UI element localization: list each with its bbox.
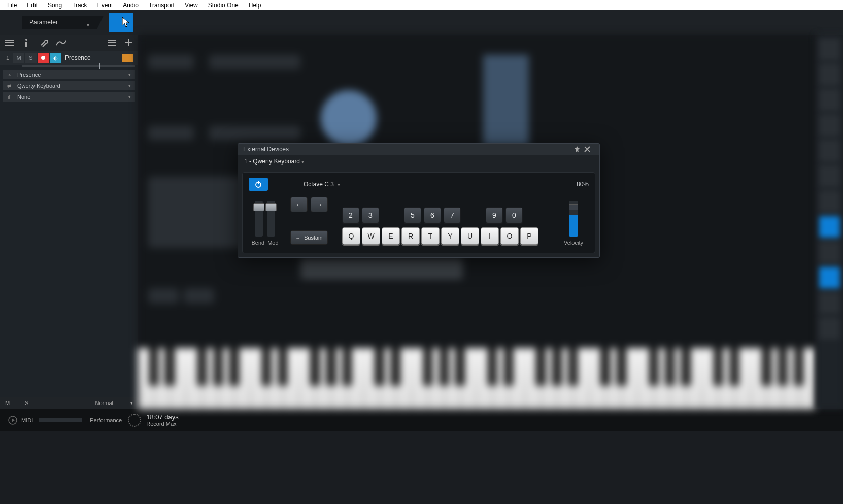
- wrench-icon[interactable]: [39, 38, 49, 47]
- track-header[interactable]: 1 M S ◐ Presence: [0, 51, 138, 65]
- pitch-bend-slider[interactable]: [255, 201, 263, 237]
- menu-help[interactable]: Help: [244, 1, 266, 10]
- octave-down-button[interactable]: ←: [290, 197, 308, 212]
- white-key-O[interactable]: O: [500, 227, 519, 245]
- output-label: None: [17, 94, 30, 100]
- arrow-tool-button[interactable]: [109, 13, 133, 32]
- input-dropdown[interactable]: ⇄Qwerty Keyboard: [3, 81, 135, 90]
- device-selector[interactable]: 1 - Qwerty Keyboard: [238, 155, 599, 168]
- list-icon[interactable]: [4, 38, 14, 47]
- parameter-chip[interactable]: Parameter: [22, 16, 104, 29]
- footer-mute[interactable]: M: [5, 400, 10, 406]
- octave-up-button[interactable]: →: [311, 197, 328, 212]
- menu-transport[interactable]: Transport: [144, 1, 180, 10]
- close-button[interactable]: [584, 146, 594, 152]
- mod-wheel-slider[interactable]: [267, 201, 275, 237]
- performance-meter: [39, 418, 82, 422]
- parameter-bar: Parameter: [0, 10, 843, 35]
- white-key-I[interactable]: I: [481, 227, 499, 245]
- black-key-5[interactable]: 5: [404, 207, 421, 223]
- sidebar-toolbar: [0, 35, 138, 51]
- power-button[interactable]: [249, 178, 268, 191]
- instrument-label: Presence: [17, 72, 41, 78]
- velocity-group: Velocity: [558, 201, 589, 246]
- record-arm-button[interactable]: [38, 53, 49, 63]
- status-performance: Performance: [90, 417, 122, 423]
- qwerty-keys: 2356790 QWERTYUIOP: [342, 207, 540, 245]
- track-name[interactable]: Presence: [65, 54, 122, 61]
- white-key-U[interactable]: U: [461, 227, 479, 245]
- sustain-button[interactable]: →| Sustain: [290, 230, 328, 245]
- menu-audio[interactable]: Audio: [118, 1, 144, 10]
- bend-mod-group: Bend Mod: [249, 201, 281, 246]
- power-icon: [255, 181, 262, 188]
- octave-dropdown[interactable]: Octave C 3: [304, 181, 340, 188]
- svg-rect-4: [258, 181, 259, 184]
- velocity-slider[interactable]: [569, 201, 578, 237]
- play-icon[interactable]: [8, 416, 17, 425]
- black-key-0[interactable]: 0: [505, 207, 523, 223]
- mute-button[interactable]: M: [13, 53, 24, 63]
- sidebar-footer: M S Normal: [0, 397, 138, 409]
- add-track-icon[interactable]: [124, 38, 134, 47]
- browser-panel: [816, 35, 843, 409]
- cursor-icon: [122, 17, 131, 28]
- menu-edit[interactable]: Edit: [22, 1, 43, 10]
- output-dropdown[interactable]: ⫛None: [3, 92, 135, 102]
- record-max-label: Record Max: [146, 421, 179, 427]
- close-icon: [584, 146, 590, 152]
- mod-label: Mod: [267, 240, 278, 246]
- svg-point-0: [25, 39, 27, 41]
- solo-button[interactable]: S: [25, 53, 37, 63]
- instrument-indicator-icon: [122, 54, 133, 62]
- menu-song[interactable]: Song: [43, 1, 67, 10]
- menu-file[interactable]: File: [2, 1, 22, 10]
- record-time: 18:07 days: [146, 413, 179, 421]
- automation-mode-dropdown[interactable]: Normal: [95, 400, 113, 406]
- menu-track[interactable]: Track: [67, 1, 92, 10]
- piano-keyboard: [138, 348, 816, 409]
- black-key-9[interactable]: 9: [486, 207, 503, 223]
- input-label: Qwerty Keyboard: [17, 83, 60, 89]
- menu-bar: File Edit Song Track Event Audio Transpo…: [0, 0, 843, 10]
- instrument-dropdown[interactable]: ⩪Presence: [3, 70, 135, 79]
- menu-studio-one[interactable]: Studio One: [203, 1, 244, 10]
- white-key-Q[interactable]: Q: [342, 227, 360, 245]
- device-body: Octave C 3 80% Bend Mod ← →: [242, 172, 595, 253]
- pin-button[interactable]: [574, 146, 584, 152]
- status-midi: MIDI: [21, 417, 33, 423]
- track-volume-slider[interactable]: [22, 65, 135, 67]
- white-key-Y[interactable]: Y: [441, 227, 459, 245]
- white-key-W[interactable]: W: [362, 227, 380, 245]
- velocity-percent: 80%: [577, 181, 589, 188]
- white-key-P[interactable]: P: [520, 227, 538, 245]
- black-key-3[interactable]: 3: [362, 207, 379, 223]
- dialog-titlebar[interactable]: External Devices: [238, 144, 599, 155]
- external-devices-dialog: External Devices 1 - Qwerty Keyboard Oct…: [238, 143, 600, 258]
- sustain-label: Sustain: [304, 234, 323, 241]
- track-sidebar: 1 M S ◐ Presence ⩪Presence ⇄Qwerty Keybo…: [0, 35, 138, 409]
- pin-icon: [574, 146, 580, 152]
- status-bar: MIDI Performance 18:07 days Record Max: [0, 409, 843, 431]
- automation-icon[interactable]: [56, 38, 66, 47]
- output-icon: ⫛: [7, 94, 14, 100]
- white-key-R[interactable]: R: [401, 227, 420, 245]
- track-number: 1: [3, 55, 12, 61]
- instrument-icon: ⩪: [7, 72, 14, 78]
- menu-event[interactable]: Event: [92, 1, 118, 10]
- menu-icon[interactable]: [107, 38, 117, 47]
- footer-solo[interactable]: S: [25, 400, 28, 406]
- velocity-label: Velocity: [564, 240, 583, 246]
- monitor-button[interactable]: ◐: [50, 53, 61, 63]
- keyboard-icon: ⇄: [7, 83, 14, 89]
- dialog-title-text: External Devices: [243, 146, 289, 153]
- black-key-6[interactable]: 6: [424, 207, 441, 223]
- menu-view[interactable]: View: [180, 1, 203, 10]
- bend-label: Bend: [251, 240, 264, 246]
- info-icon[interactable]: [21, 38, 31, 47]
- sustain-arrow-icon: →|: [295, 235, 302, 241]
- black-key-2[interactable]: 2: [342, 207, 359, 223]
- black-key-7[interactable]: 7: [444, 207, 461, 223]
- white-key-T[interactable]: T: [421, 227, 440, 245]
- white-key-E[interactable]: E: [382, 227, 400, 245]
